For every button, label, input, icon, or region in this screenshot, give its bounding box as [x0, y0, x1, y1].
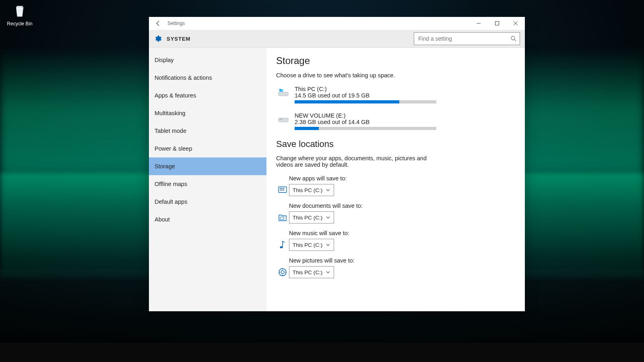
- chevron-down-icon: [326, 242, 330, 247]
- sidebar-item-label: Apps & features: [155, 92, 196, 99]
- pictures-icon: [276, 268, 289, 277]
- dropdown-value: This PC (C:): [293, 215, 322, 221]
- sidebar-item-label: Multitasking: [155, 110, 186, 116]
- drive-usage-text: 14.5 GB used out of 19.5 GB: [295, 92, 515, 99]
- svg-rect-4: [279, 92, 288, 96]
- sidebar-item-label: Notifications & actions: [155, 74, 212, 81]
- sidebar-item-notifications-actions[interactable]: Notifications & actions: [149, 69, 266, 87]
- svg-rect-15: [281, 190, 283, 190]
- dropdown-value: This PC (C:): [293, 242, 322, 248]
- sidebar-item-label: Default apps: [155, 199, 187, 205]
- sidebar-item-default-apps[interactable]: Default apps: [149, 193, 266, 211]
- recycle-bin-icon: [11, 2, 28, 19]
- drive-icon: [276, 115, 291, 124]
- maximize-button[interactable]: [488, 17, 506, 30]
- save-location-label: New documents will save to:: [289, 203, 515, 209]
- sidebar-item-label: About: [155, 216, 170, 223]
- settings-window: Settings SYSTEM DisplayNotifications & a…: [149, 17, 525, 311]
- window-title: Settings: [167, 21, 185, 26]
- save-location-row-music: New music will save to:This PC (C:): [276, 230, 515, 251]
- sidebar-item-storage[interactable]: Storage: [149, 157, 266, 175]
- close-button[interactable]: [506, 17, 525, 30]
- svg-rect-7: [281, 89, 283, 91]
- save-location-row-pictures: New pictures will save to:This PC (C:): [276, 257, 515, 278]
- sidebar: DisplayNotifications & actionsApps & fea…: [149, 48, 266, 311]
- back-button[interactable]: [149, 17, 167, 30]
- svg-point-23: [285, 272, 287, 273]
- save-location-label: New pictures will save to:: [289, 257, 515, 264]
- taskbar[interactable]: [0, 343, 644, 362]
- save-locations-subheading: Change where your apps, documents, music…: [276, 155, 437, 168]
- svg-point-18: [279, 269, 286, 276]
- save-location-dropdown-apps[interactable]: This PC (C:): [289, 184, 334, 196]
- save-location-dropdown-documents[interactable]: This PC (C:): [289, 211, 334, 223]
- sidebar-item-power-sleep[interactable]: Power & sleep: [149, 140, 266, 157]
- svg-rect-8: [279, 118, 288, 122]
- sidebar-item-offline-maps[interactable]: Offline maps: [149, 175, 266, 193]
- save-location-dropdown-pictures[interactable]: This PC (C:): [289, 266, 334, 278]
- chevron-down-icon: [326, 215, 330, 220]
- minimize-button[interactable]: [469, 17, 488, 30]
- svg-rect-1: [495, 22, 499, 25]
- storage-subheading: Choose a drive to see what's taking up s…: [276, 72, 515, 79]
- sidebar-item-label: Display: [155, 57, 174, 63]
- svg-rect-12: [281, 188, 283, 189]
- drive-progress: [295, 100, 436, 103]
- svg-rect-13: [283, 188, 284, 189]
- svg-rect-11: [280, 188, 281, 189]
- drive-0[interactable]: This PC (C:)14.5 GB used out of 19.5 GB: [276, 86, 515, 103]
- svg-line-3: [514, 39, 516, 41]
- sidebar-item-label: Offline maps: [155, 181, 187, 187]
- svg-point-22: [279, 272, 280, 273]
- chevron-down-icon: [326, 188, 330, 192]
- chevron-down-icon: [326, 270, 330, 275]
- search-icon: [510, 35, 517, 42]
- music-icon: [276, 240, 289, 249]
- save-location-row-documents: New documents will save to:This PC (C:): [276, 203, 515, 223]
- sidebar-item-label: Power & sleep: [155, 145, 192, 152]
- save-location-label: New music will save to:: [289, 230, 515, 236]
- svg-point-2: [511, 36, 515, 40]
- sidebar-item-label: Storage: [155, 163, 175, 170]
- documents-icon: [276, 213, 289, 221]
- svg-rect-6: [279, 89, 281, 91]
- drive-name: NEW VOLUME (E:): [295, 112, 515, 119]
- svg-point-19: [281, 271, 284, 274]
- sidebar-item-tablet-mode[interactable]: Tablet mode: [149, 122, 266, 140]
- drive-usage-text: 2.38 GB used out of 14.4 GB: [295, 119, 515, 125]
- sidebar-item-multitasking[interactable]: Multitasking: [149, 104, 266, 122]
- search-input[interactable]: [414, 32, 520, 45]
- dropdown-value: This PC (C:): [293, 269, 322, 275]
- drive-name: This PC (C:): [295, 86, 515, 92]
- header-title: SYSTEM: [167, 36, 190, 42]
- sidebar-item-apps-features[interactable]: Apps & features: [149, 87, 266, 104]
- svg-rect-16: [283, 190, 284, 190]
- titlebar: Settings: [149, 17, 525, 30]
- svg-point-20: [282, 269, 283, 270]
- drive-1[interactable]: NEW VOLUME (E:)2.38 GB used out of 14.4 …: [276, 112, 515, 130]
- apps-icon: [276, 186, 289, 194]
- recycle-bin-label: Recycle Bin: [6, 21, 34, 27]
- drive-icon: [276, 88, 291, 97]
- content-area: Storage Choose a drive to see what's tak…: [266, 48, 525, 311]
- save-location-label: New apps will save to:: [289, 175, 515, 182]
- svg-point-21: [282, 275, 283, 276]
- storage-heading: Storage: [276, 55, 515, 66]
- save-locations-heading: Save locations: [276, 139, 515, 149]
- header-bar: SYSTEM: [149, 30, 525, 48]
- svg-rect-9: [279, 119, 283, 120]
- sidebar-item-label: Tablet mode: [155, 128, 186, 134]
- sidebar-item-about[interactable]: About: [149, 211, 266, 228]
- sidebar-item-display[interactable]: Display: [149, 51, 266, 69]
- dropdown-value: This PC (C:): [293, 187, 322, 193]
- save-location-dropdown-music[interactable]: This PC (C:): [289, 239, 334, 251]
- drive-progress: [295, 127, 436, 130]
- desktop-icon-recycle-bin[interactable]: Recycle Bin: [6, 2, 34, 27]
- save-location-row-apps: New apps will save to:This PC (C:): [276, 175, 515, 196]
- svg-rect-14: [280, 190, 281, 190]
- gear-icon: [154, 35, 162, 43]
